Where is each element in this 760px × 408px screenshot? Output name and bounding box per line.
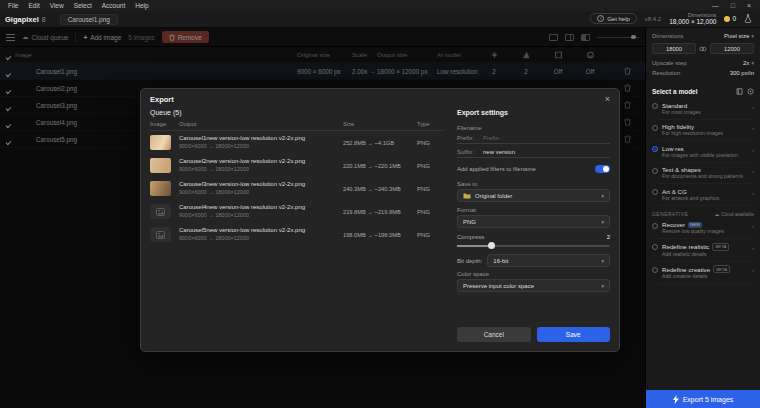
model-description: For high resolution images — [662, 130, 748, 137]
credits-value: 0 — [732, 15, 736, 22]
menu-view[interactable]: View — [45, 2, 69, 9]
model-high-fidelity[interactable]: High fidelity For high resolution images… — [652, 120, 754, 142]
filters-toggle[interactable] — [595, 165, 610, 173]
compress-slider-knob[interactable] — [488, 242, 495, 249]
model-art-cg[interactable]: Art & CG For artwork and graphics › — [652, 184, 754, 206]
queue-file-type: PNG — [417, 209, 445, 215]
model-recover[interactable]: Recover NEW Restore low quality images › — [652, 218, 754, 240]
window-controls: — □ × — [712, 2, 757, 9]
queue-output-dimensions: 9000×6000 → 18000×12000 — [179, 212, 338, 219]
model-description: For documents and strong patterns — [662, 173, 748, 180]
credits-counter[interactable]: 0 — [724, 15, 736, 22]
bit-depth-dropdown[interactable]: 16-bit ▾ — [487, 254, 610, 267]
get-help-label: Get help — [607, 16, 630, 22]
model-name: Text & shapes — [662, 166, 748, 173]
menu-help[interactable]: Help — [130, 2, 153, 9]
suffix-input[interactable] — [483, 149, 610, 155]
format-value: PNG — [463, 219, 476, 225]
save-button[interactable]: Save — [537, 327, 611, 342]
cancel-button[interactable]: Cancel — [457, 327, 531, 342]
radio-icon — [652, 244, 658, 250]
upscale-step-value[interactable]: 2x ▾ — [743, 60, 754, 66]
radio-icon — [652, 267, 658, 273]
folder-icon — [463, 193, 471, 199]
target-icon[interactable] — [747, 88, 754, 95]
queue-output-dimensions: 9000×6000 → 18000×12000 — [179, 143, 338, 150]
cloud-available-label: Cloud available — [721, 212, 754, 217]
queue-file-type: PNG — [417, 163, 445, 169]
queue-thumbnail — [150, 181, 171, 196]
model-name: Redefine creative — [662, 266, 710, 273]
maximize-button[interactable]: □ — [731, 2, 735, 9]
queue-file-type: PNG — [417, 186, 445, 192]
save-to-dropdown[interactable]: Original folder ▾ — [457, 189, 610, 202]
resolution-value[interactable]: 300 px/in — [730, 70, 754, 76]
menu-select[interactable]: Select — [69, 2, 97, 9]
link-dimensions-icon[interactable] — [699, 46, 707, 52]
get-help-button[interactable]: i Get help — [590, 13, 637, 24]
chevron-right-icon: › — [752, 245, 754, 251]
menu-account[interactable]: Account — [97, 2, 131, 9]
title-bar: Gigapixel 8 Carousel1.png i Get help v8.… — [0, 11, 760, 28]
model-text-shapes[interactable]: Text & shapes For documents and strong p… — [652, 163, 754, 185]
dimensions-value: 18,000 × 12,000 — [669, 18, 716, 26]
width-input[interactable]: 18000 — [652, 43, 696, 54]
chevron-down-icon: ▾ — [751, 33, 754, 39]
height-input[interactable]: 12000 — [710, 43, 754, 54]
radio-icon — [652, 189, 658, 195]
chevron-down-icon: ▾ — [601, 258, 604, 264]
compress-slider[interactable] — [457, 241, 610, 250]
export-images-button[interactable]: Export 5 images — [646, 390, 760, 408]
image-placeholder-icon — [150, 227, 171, 242]
dimensions-unit-dropdown[interactable]: Pixel size ▾ — [724, 33, 754, 39]
chevron-down-icon: ▾ — [601, 193, 604, 199]
model-name: High fidelity — [662, 123, 748, 130]
model-standard[interactable]: Standard For most images › — [652, 98, 754, 120]
filename-label: Filename — [457, 125, 610, 131]
queue-row: Carousel5new version-low resolution v2-2… — [150, 223, 445, 246]
format-dropdown[interactable]: PNG ▾ — [457, 215, 610, 228]
filters-toggle-label: Add applied filters to filename — [457, 166, 536, 172]
color-space-label: Color space — [457, 271, 610, 277]
new-badge: NEW — [688, 222, 702, 228]
queue-output-dimensions: 9000×6000 → 18000×12000 — [179, 189, 338, 196]
color-space-dropdown[interactable]: Preserve input color space ▾ — [457, 279, 610, 292]
model-redefine-creative[interactable]: Redefine creative BETA Add creative deta… — [652, 262, 754, 285]
compress-label: Compress — [457, 234, 484, 240]
model-name: Art & CG — [662, 188, 748, 195]
queue-row: Carousel4new version-low resolution v2-2… — [150, 200, 445, 223]
close-dialog-button[interactable]: × — [605, 95, 610, 104]
coin-icon — [724, 16, 730, 22]
model-redefine-realistic[interactable]: Redefine realistic BETA Add realistic de… — [652, 239, 754, 262]
minimize-button[interactable]: — — [712, 2, 719, 9]
menu-edit[interactable]: Edit — [23, 2, 44, 9]
queue-output-name: Carousel5new version-low resolution v2-2… — [179, 227, 338, 235]
output-dimensions-display: Dimensions 18,000 × 12,000 — [669, 12, 716, 26]
queue-thumbnail — [150, 135, 171, 150]
experiments-flask-icon[interactable] — [744, 14, 752, 23]
queue-column-type: Type — [417, 121, 445, 127]
model-low-res[interactable]: Low res For images with visible pixelati… — [652, 141, 754, 163]
prefix-input[interactable] — [483, 135, 610, 141]
model-name: Recover — [662, 221, 685, 228]
chevron-right-icon: › — [752, 168, 754, 174]
chevron-right-icon: › — [752, 125, 754, 131]
queue-file-type: PNG — [417, 232, 445, 238]
app-name: Gigapixel — [5, 15, 39, 24]
cloud-available-indicator: ☁ Cloud available — [714, 212, 754, 217]
queue-output-dimensions: 9000×6000 → 18000×12000 — [179, 166, 338, 173]
queue-file-size: 220.1MB → ~220.1MB — [343, 163, 417, 169]
close-window-button[interactable]: × — [747, 2, 751, 9]
menu-file[interactable]: File — [3, 2, 23, 9]
queue-heading: Queue (5) — [150, 109, 445, 116]
export-queue: Queue (5) Image Output Size Type Carouse… — [150, 106, 445, 342]
radio-icon — [652, 103, 658, 109]
export-dialog: Export × Queue (5) Image Output Size Typ… — [140, 88, 620, 352]
model-description: For artwork and graphics — [662, 195, 748, 202]
select-model-heading: Select a model — [652, 88, 698, 95]
queue-file-size: 240.3MB → ~240.3MB — [343, 186, 417, 192]
queue-output-name: Carousel1new version-low resolution v2-2… — [179, 135, 338, 143]
info-icon: i — [597, 15, 604, 22]
document-tab[interactable]: Carousel1.png — [60, 14, 118, 25]
book-icon[interactable] — [736, 88, 743, 95]
